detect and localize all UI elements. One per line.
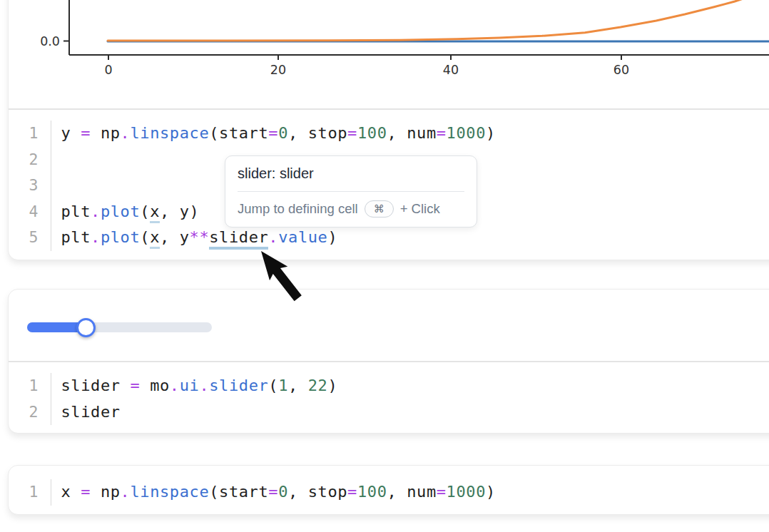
code-token: . — [121, 124, 131, 142]
slider-widget[interactable] — [27, 322, 212, 332]
code-token: mo — [140, 377, 170, 394]
line-number: 3 — [9, 173, 39, 199]
code-token: np — [91, 124, 121, 142]
code-token: plt — [61, 203, 91, 220]
code-token: = — [347, 124, 357, 142]
y-tick-label: 0.0 — [40, 34, 60, 48]
line-number: 1 — [9, 121, 39, 147]
code-token: , y) — [160, 203, 199, 220]
tooltip-title: slider: slider — [225, 156, 477, 191]
code-token: ) — [327, 228, 337, 246]
code-token: ( — [140, 228, 150, 246]
slider-handle[interactable] — [76, 318, 96, 337]
code-token: = — [81, 483, 91, 501]
code-token: , num — [387, 124, 437, 142]
code-token: ** — [190, 228, 210, 246]
x-tick-label: 60 — [613, 63, 629, 77]
notebook-cell-slider: 12 slider = mo.ui.slider(1, 22)slider — [8, 289, 769, 434]
code-token: linspace — [130, 483, 209, 501]
code-token: . — [199, 377, 209, 394]
command-key-icon: ⌘ — [365, 200, 394, 218]
code-token: , stop — [288, 124, 347, 142]
x-tick-label: 0 — [104, 63, 112, 77]
code-token: 0 — [278, 483, 288, 501]
code-token: ) — [327, 377, 337, 394]
tooltip-click-hint: + Click — [400, 201, 440, 217]
code-token: slider — [61, 403, 121, 421]
line-number: 4 — [9, 199, 39, 225]
code-token: ) — [486, 124, 496, 142]
code-token: (start — [209, 483, 268, 501]
line-number: 5 — [9, 225, 39, 251]
code-token: . — [121, 483, 131, 501]
code-token: value — [278, 228, 327, 246]
code-token: 1000 — [447, 483, 486, 501]
arrow-cursor-icon — [251, 245, 337, 331]
code-token: = — [268, 124, 278, 142]
tooltip-action-label[interactable]: Jump to defining cell — [238, 201, 358, 217]
code-token: , y — [160, 228, 190, 246]
code-token: plot — [101, 228, 140, 246]
code-token: ( — [268, 377, 278, 394]
code-lines[interactable]: x = np.linspace(start=0, stop=100, num=1… — [51, 479, 496, 506]
code-token: = — [437, 483, 447, 501]
code-token: 22 — [308, 377, 328, 394]
code-line[interactable]: slider = mo.ui.slider(1, 22) — [61, 373, 338, 399]
matplotlib-plot-output: 02040600.0 — [0, 0, 769, 108]
line-number-gutter: 12 — [9, 373, 39, 425]
code-token: = — [81, 124, 91, 142]
line-number-gutter: 12345 — [9, 121, 39, 251]
code-token: (start — [209, 124, 268, 142]
code-token: slider — [209, 377, 268, 394]
code-token: . — [91, 228, 101, 246]
code-token: x — [150, 228, 160, 249]
line-number: 2 — [9, 399, 39, 426]
code-token: , stop — [288, 483, 347, 501]
code-token: ui — [180, 377, 200, 394]
code-line[interactable]: y = np.linspace(start=0, stop=100, num=1… — [61, 121, 496, 147]
code-line[interactable]: slider — [61, 399, 338, 426]
notebook-cell-x: 1 x = np.linspace(start=0, stop=100, num… — [8, 465, 769, 515]
code-token: . — [91, 203, 101, 220]
x-tick-label: 20 — [270, 63, 286, 77]
code-token: = — [130, 377, 140, 394]
code-token: 100 — [357, 483, 387, 501]
code-token: , num — [387, 483, 437, 501]
code-editor[interactable]: 1 x = np.linspace(start=0, stop=100, num… — [9, 466, 496, 516]
code-token: linspace — [130, 124, 209, 142]
line-number-gutter: 1 — [9, 479, 39, 506]
code-token: . — [268, 228, 278, 246]
code-token: 0 — [278, 124, 288, 142]
code-token: plot — [101, 203, 140, 220]
code-token: 100 — [357, 124, 387, 142]
code-token: = — [347, 483, 357, 501]
code-line[interactable]: x = np.linspace(start=0, stop=100, num=1… — [61, 479, 496, 506]
code-token: , — [288, 377, 308, 394]
code-token: . — [170, 377, 180, 394]
variable-tooltip: slider: slider Jump to defining cell ⌘ +… — [225, 155, 477, 227]
line-number: 2 — [9, 147, 39, 173]
code-token: = — [268, 483, 278, 501]
code-token: 1000 — [447, 124, 486, 142]
code-editor[interactable]: 12 slider = mo.ui.slider(1, 22)slider — [9, 362, 337, 434]
code-token: slider — [61, 377, 131, 394]
code-token: x — [150, 203, 160, 223]
plot-line-1 — [108, 0, 748, 41]
code-token: np — [91, 483, 121, 501]
code-token: ) — [486, 483, 496, 501]
line-number: 1 — [9, 373, 39, 399]
code-token: ( — [140, 203, 150, 220]
code-token: y — [61, 124, 81, 142]
x-tick-label: 40 — [443, 63, 459, 77]
code-lines[interactable]: slider = mo.ui.slider(1, 22)slider — [51, 373, 337, 425]
code-token: plt — [61, 228, 91, 246]
code-token: = — [437, 124, 447, 142]
tooltip-action-row[interactable]: Jump to defining cell ⌘ + Click — [225, 192, 477, 227]
code-token: 1 — [278, 377, 288, 394]
code-token: x — [61, 483, 81, 501]
line-number: 1 — [9, 479, 39, 506]
